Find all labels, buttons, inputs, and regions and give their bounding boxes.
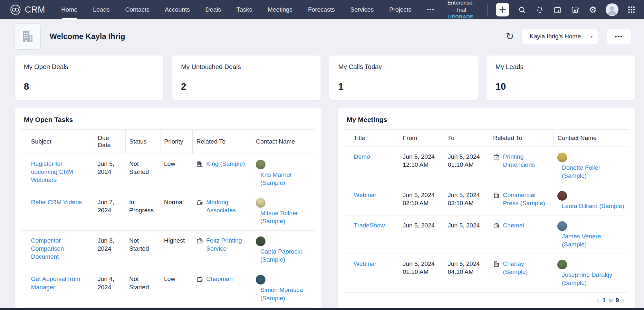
chevron-down-icon: ▾ (591, 34, 593, 39)
notifications-button[interactable] (535, 4, 545, 15)
nav-item[interactable]: Deals (198, 0, 229, 19)
table-row: Webinar Jun 5, 2024 01:10 AM Jun 5, 2024… (344, 254, 629, 292)
zoho-logo-icon (10, 4, 21, 15)
brand[interactable]: CRM (10, 4, 45, 15)
related-to-cell: Feltz Printing Service (192, 231, 252, 269)
nav-item[interactable]: Home (53, 0, 85, 19)
contact-link[interactable]: Mitsue Tollner (Sample) (260, 209, 311, 225)
contact-link[interactable]: Josephine Darakjy (Sample) (562, 271, 625, 287)
create-button[interactable] (496, 3, 509, 16)
nav-item[interactable]: Services (342, 0, 381, 19)
meeting-title-link[interactable]: Webinar (354, 192, 376, 198)
nav-item[interactable]: Meetings (260, 0, 300, 19)
settings-button[interactable]: ⚙ (588, 4, 598, 15)
table-header-row: Subject Due Date Status Priority Related… (21, 130, 315, 154)
related-to-cell: Chapman (192, 269, 252, 307)
kpi-value: 10 (495, 81, 626, 92)
meeting-title-link[interactable]: Webinar (354, 260, 376, 267)
related-to-link[interactable]: Feltz Printing Service (206, 236, 248, 253)
refresh-button[interactable]: ↻ (506, 32, 514, 41)
status-cell: Not Started (125, 231, 160, 269)
due-date-cell: Jun 4, 2024 (94, 269, 125, 307)
contact-avatar[interactable] (557, 191, 567, 201)
contact-cell: Donette Foller (Sample) (553, 147, 629, 185)
upgrade-link[interactable]: UPGRADE (448, 14, 473, 20)
nav-item[interactable]: Accounts (157, 0, 197, 19)
kpi-label: My Leads (495, 63, 626, 71)
to-cell: Jun 5, 2024 04:10 AM (444, 254, 489, 292)
column-header: Priority (160, 130, 192, 154)
related-to-link[interactable]: Commercial Press (Sample) (503, 191, 550, 207)
store-icon (571, 6, 579, 14)
page-next-icon[interactable]: › (622, 297, 625, 304)
search-button[interactable] (517, 4, 527, 15)
nav-more-button[interactable]: ••• (419, 0, 442, 19)
contact-link[interactable]: Leota Dilliard (Sample) (562, 202, 625, 210)
home-view-selector[interactable]: Kayla Ihrig's Home ▾ (522, 29, 599, 44)
status-cell: In Progress (125, 192, 160, 231)
top-navbar: CRM Home Leads Contacts Accounts Deals T… (0, 0, 644, 19)
subject-cell: Get Apporval from Manager (21, 269, 94, 307)
panel-title: My Meetings (347, 116, 626, 124)
from-cell: Jun 5, 2024 12:10 AM (399, 147, 444, 185)
related-to-link[interactable]: Chemel (503, 221, 524, 229)
kpi-label: My Untouched Deals (181, 63, 312, 71)
status-cell: Not Started (125, 154, 160, 192)
kpi-card[interactable]: My Leads 10 (486, 55, 635, 100)
nav-item[interactable]: Contacts (117, 0, 157, 19)
contact-link[interactable]: Capla Paprocki (Sample) (260, 247, 311, 264)
contact-avatar[interactable] (557, 221, 567, 231)
related-to-link[interactable]: Chapman (206, 275, 233, 283)
nav-item[interactable]: Projects (381, 0, 419, 19)
task-subject-link[interactable]: Refer CRM Videos (31, 199, 82, 205)
kpi-card[interactable]: My Calls Today 1 (329, 55, 478, 100)
contact-avatar[interactable] (557, 260, 567, 269)
contact-avatar[interactable] (256, 198, 265, 208)
status-cell: Not Started (125, 269, 160, 307)
related-to-link[interactable]: Morlong Associates (206, 198, 248, 214)
contact-link[interactable]: Kris Marrier (Sample) (260, 171, 311, 187)
contact-avatar[interactable] (256, 160, 265, 169)
from-cell: Jun 5, 2024 01:10 AM (399, 254, 444, 292)
header-more-button[interactable]: ••• (607, 29, 631, 44)
meeting-title-link[interactable]: TradeShow (354, 222, 385, 229)
account-icon (493, 260, 500, 267)
nav-item[interactable]: Tasks (229, 0, 260, 19)
task-subject-link[interactable]: Get Apporval from Manager (31, 275, 80, 290)
meetings-table: Title From To Related To Contact Name De… (344, 129, 629, 293)
column-header: Subject (21, 130, 94, 154)
deal-icon (493, 153, 500, 160)
kpi-label: My Calls Today (338, 63, 469, 71)
kpi-value: 8 (24, 81, 154, 92)
contact-avatar[interactable] (557, 153, 567, 162)
kpi-card[interactable]: My Untouched Deals 2 (172, 55, 321, 100)
column-header: Contact Name (553, 130, 629, 147)
meeting-title-link[interactable]: Demo (354, 153, 370, 160)
search-icon (518, 6, 526, 14)
contact-cell: Kris Marrier (Sample) (252, 154, 315, 192)
title-cell: Demo (344, 147, 399, 185)
navbar-right: Enterprise-Trial UPGRADE (442, 0, 636, 20)
marketplace-button[interactable] (570, 4, 580, 15)
nav-item[interactable]: Leads (85, 0, 118, 19)
task-subject-link[interactable]: Competitor Comparison Document (31, 237, 64, 260)
task-subject-link[interactable]: Register for upcoming CRM Webinars (31, 160, 73, 183)
related-to-link[interactable]: King (Sample) (206, 160, 245, 168)
contact-link[interactable]: James Venere (Sample) (562, 232, 625, 248)
apps-grid-button[interactable] (627, 4, 636, 15)
contact-avatar[interactable] (256, 275, 265, 285)
related-to-link[interactable]: Chanay (Sample) (503, 260, 550, 276)
building-icon (20, 29, 35, 44)
contact-avatar[interactable] (256, 236, 265, 246)
open-tasks-panel: My Open Tasks Subject Due Date Status Pr… (15, 108, 322, 308)
page-prev-icon[interactable]: ‹ (597, 297, 600, 304)
kpi-card[interactable]: My Open Deals 8 (15, 55, 163, 100)
calendar-button[interactable] (553, 4, 562, 15)
profile-avatar[interactable] (606, 3, 619, 16)
contact-link[interactable]: Donette Foller (Sample) (562, 164, 625, 180)
plan-label: Enterprise-Trial (442, 0, 479, 14)
kpi-value: 1 (338, 81, 469, 92)
contact-link[interactable]: Simon Morasca (Sample) (260, 286, 311, 302)
nav-item[interactable]: Forecasts (300, 0, 342, 19)
related-to-link[interactable]: Printing Dimensions (503, 153, 550, 169)
